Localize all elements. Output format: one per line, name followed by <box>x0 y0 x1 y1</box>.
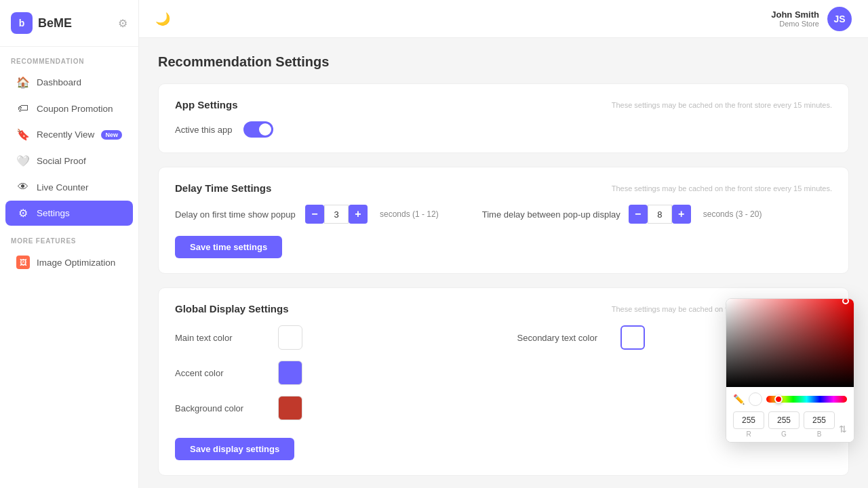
sidebar-item-recently-view[interactable]: 🔖 Recently View New <box>5 122 133 147</box>
recently-view-icon: 🔖 <box>16 128 30 141</box>
app-settings-body: Active this app <box>175 121 832 138</box>
new-badge: New <box>101 130 122 140</box>
social-proof-icon: 🤍 <box>16 155 30 167</box>
sidebar-item-coupon-promotion[interactable]: 🏷 Coupon Promotion <box>5 96 133 121</box>
logo-icon: b <box>11 12 33 34</box>
sidebar-item-label: Social Proof <box>37 156 86 166</box>
rgb-spinner[interactable]: ⇅ <box>839 424 847 434</box>
store-name: Demo Store <box>771 20 819 28</box>
picker-controls: ✏️ R G B ⇅ <box>726 387 854 442</box>
g-label: G <box>781 430 787 438</box>
delay-increment-button[interactable]: + <box>349 205 368 224</box>
save-display-settings-button[interactable]: Save display settings <box>175 438 294 460</box>
active-app-label: Active this app <box>175 125 233 135</box>
b-label: B <box>817 430 822 438</box>
picker-opacity-dot[interactable] <box>749 392 762 406</box>
live-counter-icon: 👁 <box>16 181 30 193</box>
time-delay-increment-button[interactable]: + <box>672 205 691 224</box>
app-settings-card: App Settings These settings may be cache… <box>158 83 849 153</box>
time-delay-counter: − 8 + <box>629 205 691 224</box>
r-input[interactable] <box>733 411 764 429</box>
sidebar-item-label: Recently View <box>37 129 94 140</box>
sidebar-item-social-proof[interactable]: 🤍 Social Proof <box>5 148 133 174</box>
coupon-icon: 🏷 <box>16 102 30 115</box>
sidebar-item-image-optimization[interactable]: 🖼 Image Optimization <box>5 249 133 275</box>
sidebar-item-label: Coupon Promotion <box>37 104 113 114</box>
delay-settings-header: Delay Time Settings These settings may b… <box>175 182 832 194</box>
sidebar-item-settings[interactable]: ⚙ Settings <box>5 201 133 226</box>
dashboard-icon: 🏠 <box>16 76 30 89</box>
picker-cursor <box>842 298 849 304</box>
background-color-swatch[interactable] <box>278 396 302 420</box>
more-features-label: MORE FEATURES <box>0 226 138 249</box>
app-settings-cache-note: These settings may be cached on the fron… <box>612 101 832 109</box>
time-delay-label: Time delay between pop-up display <box>482 209 620 220</box>
active-app-row: Active this app <box>175 121 832 138</box>
picker-pen-icon[interactable]: ✏️ <box>733 394 745 405</box>
avatar[interactable]: JS <box>827 7 852 31</box>
delay-settings-body: Delay on first time show popup − 3 + sec… <box>175 205 832 258</box>
accent-color-row: Accent color <box>175 361 490 385</box>
topbar: 🌙 John Smith Demo Store JS <box>139 0 868 38</box>
display-settings-title: Global Display Settings <box>175 303 289 314</box>
topbar-right: John Smith Demo Store JS <box>771 7 852 31</box>
save-time-settings-button[interactable]: Save time settings <box>175 236 282 258</box>
delay-cache-note: These settings may be cached on the fron… <box>612 184 832 192</box>
main-text-color-label: Main text color <box>175 333 270 343</box>
r-field: R <box>733 411 764 438</box>
active-app-toggle[interactable] <box>243 121 273 138</box>
sidebar-logo: b BeME ⚙ <box>0 0 138 47</box>
page-title: Recommendation Settings <box>158 54 849 70</box>
hue-slider[interactable] <box>766 396 847 403</box>
g-field: G <box>768 411 800 438</box>
g-input[interactable] <box>768 411 800 429</box>
sidebar-gear-icon[interactable]: ⚙ <box>118 17 127 30</box>
topbar-left: 🌙 <box>155 12 170 26</box>
app-settings-title: App Settings <box>175 99 238 110</box>
sidebar-item-label: Dashboard <box>37 77 81 87</box>
time-delay-unit: seconds (3 - 20) <box>703 209 762 219</box>
color-gradient[interactable] <box>726 299 854 387</box>
delay-decrement-button[interactable]: − <box>305 205 324 224</box>
delay-counter: − 3 + <box>305 205 368 224</box>
delay-unit: seconds (1 - 12) <box>380 209 439 219</box>
user-info: John Smith Demo Store <box>771 9 819 28</box>
main-text-color-swatch[interactable] <box>278 325 302 350</box>
b-field: B <box>804 411 835 438</box>
delay-controls-row: Delay on first time show popup − 3 + sec… <box>175 205 832 224</box>
secondary-text-color-label: Secondary text color <box>517 333 612 343</box>
delay-label: Delay on first time show popup <box>175 209 297 220</box>
picker-hue-row: ✏️ <box>733 392 847 406</box>
app-settings-header: App Settings These settings may be cache… <box>175 99 832 110</box>
delay-settings-title: Delay Time Settings <box>175 182 271 194</box>
app-name: BeME <box>38 16 72 30</box>
secondary-text-color-swatch[interactable] <box>620 325 645 350</box>
sidebar: b BeME ⚙ RECOMMENDATION 🏠 Dashboard 🏷 Co… <box>0 0 139 488</box>
sidebar-item-live-counter[interactable]: 👁 Live Counter <box>5 175 133 199</box>
dark-mode-icon[interactable]: 🌙 <box>155 12 170 26</box>
delay-settings-card: Delay Time Settings These settings may b… <box>158 167 849 274</box>
delay-value: 3 <box>324 205 349 224</box>
background-color-label: Background color <box>175 403 270 413</box>
time-delay-decrement-button[interactable]: − <box>629 205 648 224</box>
sidebar-item-dashboard[interactable]: 🏠 Dashboard <box>5 70 133 95</box>
main-text-color-row: Main text color <box>175 325 490 350</box>
sidebar-item-label: Live Counter <box>37 182 89 192</box>
image-optimization-icon: 🖼 <box>16 256 30 269</box>
time-delay-value: 8 <box>648 205 672 224</box>
hue-thumb <box>774 395 783 403</box>
settings-icon: ⚙ <box>16 207 30 220</box>
color-picker-popup: ✏️ R G B ⇅ <box>726 298 854 443</box>
recommendation-label: RECOMMENDATION <box>0 47 138 69</box>
accent-color-swatch[interactable] <box>278 361 302 385</box>
bg-color-row: Background color <box>175 396 490 420</box>
b-input[interactable] <box>804 411 835 429</box>
accent-color-label: Accent color <box>175 368 270 378</box>
sidebar-item-label: Image Optimization <box>37 258 115 268</box>
sidebar-item-label: Settings <box>37 208 70 218</box>
picker-rgb-row: R G B ⇅ <box>733 411 847 438</box>
r-label: R <box>746 430 751 438</box>
user-name: John Smith <box>771 9 819 20</box>
